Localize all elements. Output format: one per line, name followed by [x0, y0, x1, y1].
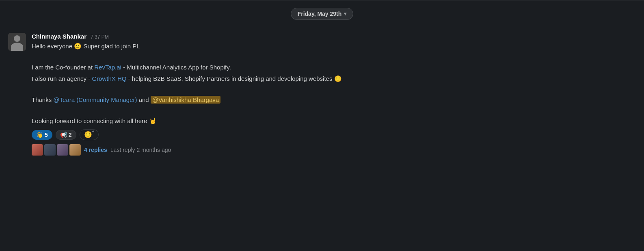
replies-meta: Last reply 2 months ago: [110, 147, 171, 153]
mention-teara[interactable]: @Teara (Community Manager): [53, 96, 137, 103]
growthx-link[interactable]: GrowthX HQ: [92, 75, 126, 82]
chevron-down-icon: ▾: [344, 11, 346, 17]
add-reaction-button[interactable]: 🙂+: [80, 129, 99, 140]
reaction-megaphone[interactable]: 📢 2: [56, 130, 76, 140]
message-line-2: I am the Co-founder at RevTap.ai - Multi…: [32, 63, 636, 72]
message-body: Chinmaya Shankar 7:37 PM Hello everyone …: [32, 33, 636, 156]
wave-count: 5: [45, 132, 48, 138]
message-text: Hello everyone 🙂 Super glad to join PL I…: [32, 41, 636, 126]
date-label: Friday, May 29th: [298, 11, 342, 17]
message-container: Chinmaya Shankar 7:37 PM Hello everyone …: [0, 30, 644, 159]
reply-avatar-3: [57, 144, 68, 156]
replies-link[interactable]: 4 replies: [84, 147, 107, 153]
reply-avatar-2: [44, 144, 56, 156]
megaphone-count: 2: [69, 132, 72, 138]
wave-emoji: 👋: [36, 132, 43, 138]
timestamp: 7:37 PM: [91, 34, 109, 40]
revtap-link[interactable]: RevTap.ai: [94, 64, 121, 71]
replies-section: 4 replies Last reply 2 months ago: [32, 144, 636, 156]
reaction-wave[interactable]: 👋 5: [32, 130, 52, 140]
reply-avatar-1: [32, 144, 43, 156]
reactions-bar: 👋 5 📢 2 🙂+: [32, 129, 636, 140]
megaphone-emoji: 📢: [60, 132, 67, 138]
message-line-4: Thanks @Teara (Community Manager) and @V…: [32, 95, 636, 105]
message-line-1: Hello everyone 🙂 Super glad to join PL: [32, 41, 636, 51]
mention-vanhishikha[interactable]: @Vanhishikha Bhargava: [151, 96, 220, 104]
message-header: Chinmaya Shankar 7:37 PM: [32, 33, 636, 40]
reply-avatar-4: [69, 144, 81, 156]
top-divider: [0, 0, 644, 0]
avatar: [8, 33, 26, 51]
sender-name: Chinmaya Shankar: [32, 33, 86, 40]
date-separator: Friday, May 29th ▾: [0, 8, 644, 20]
date-pill[interactable]: Friday, May 29th ▾: [291, 8, 354, 20]
message-line-3: I also run an agency - GrowthX HQ - help…: [32, 74, 636, 84]
message-line-5: Looking forward to connecting with all h…: [32, 116, 636, 126]
reply-avatars: [32, 144, 81, 156]
add-reaction-icon: 🙂+: [84, 131, 95, 138]
